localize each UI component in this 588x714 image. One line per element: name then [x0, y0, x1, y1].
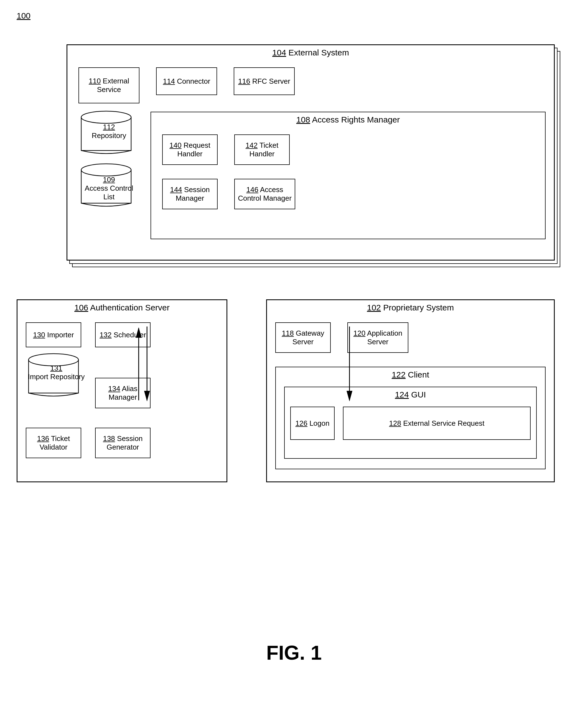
alias-mgr-box: 134 Alias Manager	[95, 378, 150, 408]
ticket-handler-box: 142 Ticket Handler	[234, 134, 290, 165]
svg-point-3	[81, 164, 131, 176]
ticket-val-box: 136 Ticket Validator	[26, 428, 81, 458]
ext-service-box: 110 External Service	[79, 67, 140, 103]
gui-title: 124 GUI	[285, 387, 536, 402]
fig-label: FIG. 1	[266, 641, 321, 664]
svg-point-1	[81, 111, 131, 123]
repository-cylinder: 112Repository	[79, 109, 140, 156]
import-repo-cylinder: 131Import Repository	[26, 351, 87, 398]
ext-req-box: 128 External Service Request	[343, 407, 531, 440]
arm-title: 108 Access Rights Manager	[151, 112, 545, 127]
connector-box: 114 Connector	[156, 67, 217, 95]
prop-system-box: 102 Proprietary System 118 Gateway Serve…	[266, 299, 555, 482]
app-server-box: 120 Application Server	[348, 322, 408, 353]
req-handler-box: 140 Request Handler	[162, 134, 218, 165]
page-ref: 100	[17, 11, 30, 21]
client-title: 122 Client	[276, 367, 545, 382]
prop-system-title: 102 Proprietary System	[267, 300, 554, 315]
session-mgr-box: 144 Session Manager	[162, 179, 218, 209]
external-system-title: 104 External System	[67, 45, 554, 60]
importer-box: 130 Importer	[26, 322, 81, 347]
auth-server-title: 106 Authentication Server	[18, 300, 227, 315]
client-box: 122 Client 124 GUI 126 Logon 128 Externa…	[275, 367, 546, 469]
session-gen-box: 138 Session Generator	[95, 428, 150, 458]
gui-box: 124 GUI 126 Logon 128 External Service R…	[284, 387, 537, 459]
gateway-box: 118 Gateway Server	[275, 322, 331, 353]
scheduler-box: 132 Scheduler	[95, 322, 150, 347]
rfc-server-box: 116 RFC Server	[234, 67, 295, 95]
acm-box: 146 Access Control Manager	[234, 179, 295, 209]
logon-box: 126 Logon	[290, 407, 335, 440]
diagram-area: 104 External System 110 External Service…	[17, 28, 571, 625]
external-system-box: 104 External System 110 External Service…	[66, 44, 555, 261]
auth-server-box: 106 Authentication Server 130 Importer 1…	[17, 299, 227, 482]
arm-box: 108 Access Rights Manager 140 Request Ha…	[150, 112, 546, 239]
acl-cylinder: 109Access Control List	[79, 161, 140, 209]
